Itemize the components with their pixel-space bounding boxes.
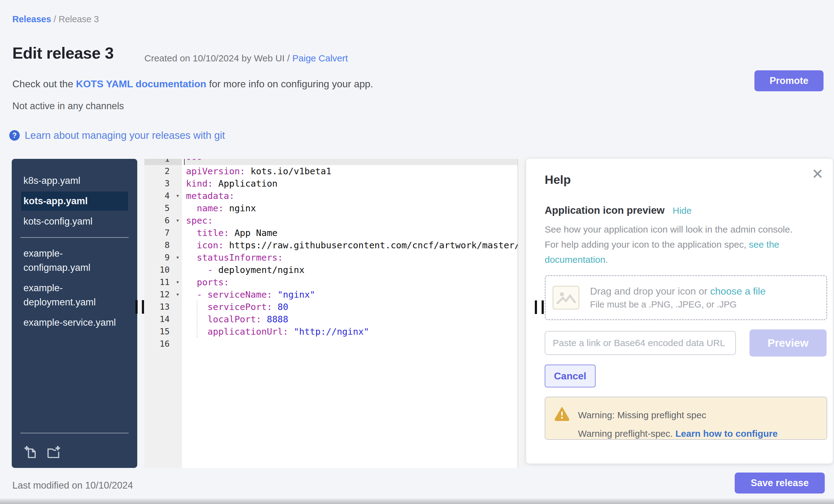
git-help-row: ? Learn about managing your releases wit… bbox=[9, 130, 225, 141]
fold-toggle-icon[interactable]: ▾ bbox=[176, 214, 179, 226]
file-tree-bottom-divider bbox=[20, 433, 129, 433]
sidebar-resize-handle[interactable] bbox=[142, 300, 144, 314]
file-item-kots-app.yaml[interactable]: kots-app.yaml bbox=[21, 192, 128, 211]
gutter-line-1: 1 bbox=[144, 159, 182, 165]
git-help-link[interactable]: Learn about managing your releases with … bbox=[25, 130, 225, 141]
line-number: 5 bbox=[165, 203, 170, 213]
line-number: 8 bbox=[165, 240, 170, 250]
file-item-example-configmap.yaml[interactable]: example-configmap.yaml bbox=[21, 244, 128, 277]
yaml-editor[interactable]: 1234▾56▾789▾1011▾12▾13141516 ---apiVersi… bbox=[144, 159, 526, 468]
code-line-6[interactable]: spec: bbox=[186, 214, 518, 227]
code-line-16[interactable] bbox=[186, 338, 518, 350]
file-tree-actions bbox=[12, 440, 137, 468]
promote-button[interactable]: Promote bbox=[754, 70, 824, 91]
warning-title: Warning: Missing preflight spec bbox=[578, 406, 777, 424]
kots-yaml-docs-link[interactable]: KOTS YAML documentation bbox=[76, 78, 206, 89]
editor-scrollbar[interactable] bbox=[518, 159, 526, 468]
gutter-line-12: 12▾ bbox=[144, 288, 182, 301]
code-line-5[interactable]: name: nginx bbox=[186, 202, 518, 214]
line-number: 9 bbox=[165, 253, 170, 262]
icon-dropzone[interactable]: Drag and drop your icon or choose a file… bbox=[545, 275, 827, 320]
cancel-button[interactable]: Cancel bbox=[545, 365, 596, 388]
code-line-11[interactable]: ports: bbox=[186, 276, 518, 288]
file-tree-groups: k8s-app.yamlkots-app.yamlkots-config.yam… bbox=[12, 170, 137, 333]
channel-status: Not active in any channels bbox=[12, 101, 124, 112]
indent-guide bbox=[197, 301, 197, 338]
line-number: 2 bbox=[165, 166, 170, 176]
icon-url-input[interactable] bbox=[545, 331, 736, 355]
code-line-12[interactable]: - serviceName: "nginx" bbox=[186, 288, 518, 301]
code-line-14[interactable]: localPort: 8888 bbox=[186, 313, 518, 325]
code-line-8[interactable]: icon: https://raw.githubusercontent.com/… bbox=[186, 239, 518, 251]
line-number: 4 bbox=[165, 191, 170, 200]
help-panel-resize-handle[interactable] bbox=[535, 301, 537, 314]
gutter-line-10: 10 bbox=[144, 264, 182, 276]
question-circle-icon[interactable]: ? bbox=[9, 130, 20, 141]
gutter-line-14: 14 bbox=[144, 313, 182, 325]
warning-detail-text: Warning preflight-spec. bbox=[578, 429, 676, 439]
code-line-10[interactable]: - deployment/nginx bbox=[186, 264, 518, 276]
line-number: 1 bbox=[165, 159, 170, 163]
line-number: 10 bbox=[159, 265, 170, 275]
file-item-k8s-app.yaml[interactable]: k8s-app.yaml bbox=[21, 171, 128, 190]
file-group: example-configmap.yamlexample-deployment… bbox=[12, 244, 137, 332]
gutter-line-13: 13 bbox=[144, 301, 182, 313]
code-line-9[interactable]: statusInformers: bbox=[186, 251, 518, 264]
breadcrumb-link-releases[interactable]: Releases bbox=[12, 14, 51, 24]
new-file-icon[interactable] bbox=[24, 445, 38, 461]
description-period: . bbox=[606, 255, 608, 265]
editor-code-lines: ---apiVersion: kots.io/v1beta1kind: Appl… bbox=[182, 159, 518, 350]
code-line-13[interactable]: servicePort: 80 bbox=[186, 301, 518, 313]
hide-link[interactable]: Hide bbox=[673, 205, 692, 216]
gutter-line-7: 7 bbox=[144, 227, 182, 239]
breadcrumb-current: Release 3 bbox=[59, 14, 99, 24]
code-line-1[interactable]: --- bbox=[186, 159, 518, 165]
text-cursor bbox=[184, 159, 185, 165]
fold-toggle-icon[interactable]: ▾ bbox=[176, 276, 179, 288]
code-line-2[interactable]: apiVersion: kots.io/v1beta1 bbox=[186, 165, 518, 177]
docs-note: Check out the KOTS YAML documentation fo… bbox=[12, 78, 373, 90]
icon-preview-section-title: Application icon preview bbox=[545, 204, 665, 216]
fold-toggle-icon[interactable]: ▾ bbox=[176, 288, 179, 301]
gutter-line-16: 16 bbox=[144, 338, 182, 350]
gutter-line-15: 15 bbox=[144, 325, 182, 338]
save-release-button[interactable]: Save release bbox=[735, 473, 825, 494]
preview-button[interactable]: Preview bbox=[749, 329, 827, 356]
sidebar-resize-handle[interactable] bbox=[135, 300, 137, 314]
help-panel-resize-handle[interactable] bbox=[542, 301, 544, 314]
file-item-example-deployment.yaml[interactable]: example-deployment.yaml bbox=[21, 279, 128, 312]
breadcrumb-separator: / bbox=[51, 14, 59, 24]
page-title: Edit release 3 bbox=[12, 44, 113, 62]
line-number: 14 bbox=[159, 314, 170, 324]
choose-file-link[interactable]: choose a file bbox=[710, 286, 766, 297]
created-author-link[interactable]: Paige Calvert bbox=[292, 53, 348, 63]
warning-detail: Warning preflight-spec. Learn how to con… bbox=[578, 424, 777, 440]
file-group: k8s-app.yamlkots-app.yamlkots-config.yam… bbox=[12, 171, 137, 231]
file-item-example-service.yaml[interactable]: example-service.yaml bbox=[21, 313, 128, 332]
file-tree-sidebar: k8s-app.yamlkots-app.yamlkots-config.yam… bbox=[12, 159, 137, 468]
code-line-4[interactable]: metadata: bbox=[186, 190, 518, 202]
help-panel-title: Help bbox=[545, 173, 827, 187]
file-item-kots-config.yaml[interactable]: kots-config.yaml bbox=[21, 212, 128, 231]
file-group-divider bbox=[20, 237, 129, 238]
gutter-line-6: 6▾ bbox=[144, 214, 182, 227]
gutter-line-3: 3 bbox=[144, 177, 182, 190]
code-line-7[interactable]: title: App Name bbox=[186, 227, 518, 239]
line-number: 3 bbox=[165, 179, 170, 188]
learn-configure-link[interactable]: Learn how to configure bbox=[676, 429, 778, 439]
editor-code-area[interactable]: ---apiVersion: kots.io/v1beta1kind: Appl… bbox=[182, 159, 518, 468]
close-icon[interactable]: ✕ bbox=[811, 167, 824, 181]
fold-toggle-icon[interactable]: ▾ bbox=[176, 251, 179, 263]
preflight-warning-box: Warning: Missing preflight spec Warning … bbox=[545, 397, 827, 440]
last-modified-text: Last modified on 10/10/2024 bbox=[12, 480, 133, 491]
created-line: Created on 10/10/2024 by Web UI / Paige … bbox=[144, 53, 348, 64]
line-number: 7 bbox=[165, 228, 170, 238]
line-number: 11 bbox=[159, 277, 170, 287]
code-line-15[interactable]: applicationUrl: "http://nginx" bbox=[186, 325, 518, 338]
fold-toggle-icon[interactable]: ▾ bbox=[176, 190, 179, 202]
new-folder-icon[interactable] bbox=[46, 445, 61, 461]
code-line-3[interactable]: kind: Application bbox=[186, 177, 518, 190]
line-number: 12 bbox=[159, 290, 170, 299]
gutter-line-5: 5 bbox=[144, 202, 182, 214]
docs-note-prefix: Check out the bbox=[12, 78, 76, 89]
